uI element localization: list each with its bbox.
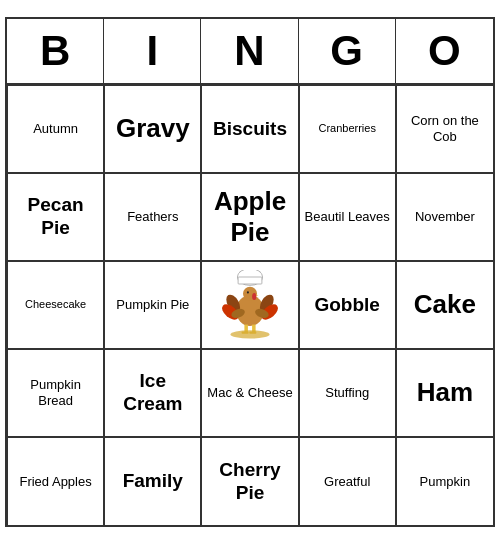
bingo-header: BINGO: [7, 19, 493, 85]
cell-text: Cranberries: [318, 122, 375, 135]
bingo-cell: Corn on the Cob: [396, 85, 493, 173]
cell-text: Beautil Leaves: [305, 209, 390, 225]
turkey-icon: [215, 270, 285, 340]
cell-text: Gravy: [116, 113, 190, 144]
cell-text: Corn on the Cob: [401, 113, 489, 144]
cell-text: Stuffing: [325, 385, 369, 401]
cell-text: Apple Pie: [206, 186, 293, 248]
bingo-cell: Stuffing: [299, 349, 396, 437]
cell-text: Pumpkin Pie: [116, 297, 189, 313]
bingo-cell: Cake: [396, 261, 493, 349]
cell-text: Feathers: [127, 209, 178, 225]
cell-text: Biscuits: [213, 118, 287, 141]
bingo-cell: Pumpkin Pie: [104, 261, 201, 349]
bingo-card: BINGO AutumnGravyBiscuitsCranberriesCorn…: [5, 17, 495, 527]
bingo-cell: Cherry Pie: [201, 437, 298, 525]
bingo-cell: Autumn: [7, 85, 104, 173]
cell-text: Pumpkin Bread: [12, 377, 99, 408]
bingo-grid: AutumnGravyBiscuitsCranberriesCorn on th…: [7, 85, 493, 525]
bingo-cell: Pumpkin: [396, 437, 493, 525]
cell-text: Ice Cream: [109, 370, 196, 416]
svg-rect-2: [238, 277, 262, 284]
header-letter: B: [7, 19, 104, 83]
bingo-cell: Family: [104, 437, 201, 525]
bingo-cell: Fried Apples: [7, 437, 104, 525]
svg-point-6: [247, 291, 249, 293]
cell-text: Pecan Pie: [12, 194, 99, 240]
bingo-cell: Apple Pie: [201, 173, 298, 261]
header-letter: I: [104, 19, 201, 83]
svg-point-7: [252, 293, 256, 300]
bingo-cell: Mac & Cheese: [201, 349, 298, 437]
cell-text: Cheesecake: [25, 298, 86, 311]
bingo-cell: Cheesecake: [7, 261, 104, 349]
cell-text: Greatful: [324, 474, 370, 490]
bingo-cell: Greatful: [299, 437, 396, 525]
header-letter: G: [299, 19, 396, 83]
bingo-cell: Cranberries: [299, 85, 396, 173]
bingo-cell: Beautil Leaves: [299, 173, 396, 261]
cell-text: Family: [123, 470, 183, 493]
cell-text: Cherry Pie: [206, 459, 293, 505]
cell-text: Gobble: [314, 294, 379, 317]
bingo-cell: November: [396, 173, 493, 261]
bingo-cell: [201, 261, 298, 349]
cell-text: Pumpkin: [420, 474, 471, 490]
cell-text: Cake: [414, 289, 476, 320]
bingo-cell: Pumpkin Bread: [7, 349, 104, 437]
bingo-cell: Biscuits: [201, 85, 298, 173]
cell-text: Autumn: [33, 121, 78, 137]
bingo-cell: Feathers: [104, 173, 201, 261]
header-letter: O: [396, 19, 493, 83]
bingo-cell: Ice Cream: [104, 349, 201, 437]
header-letter: N: [201, 19, 298, 83]
cell-text: Mac & Cheese: [207, 385, 292, 401]
bingo-cell: Gobble: [299, 261, 396, 349]
svg-point-18: [230, 330, 269, 338]
bingo-cell: Gravy: [104, 85, 201, 173]
cell-text: November: [415, 209, 475, 225]
cell-text: Ham: [417, 377, 473, 408]
cell-text: Fried Apples: [19, 474, 91, 490]
bingo-cell: Ham: [396, 349, 493, 437]
bingo-cell: Pecan Pie: [7, 173, 104, 261]
